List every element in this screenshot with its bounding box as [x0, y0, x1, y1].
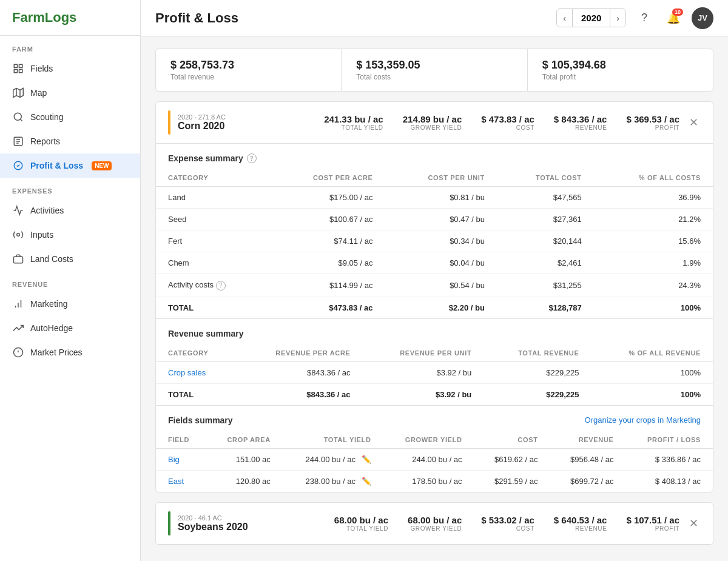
field-revenue: $699.72 / ac [550, 470, 626, 492]
sidebar-item-map[interactable]: Map [0, 81, 140, 105]
reports-icon [12, 135, 24, 147]
help-button[interactable]: ? [633, 7, 655, 29]
sidebar-label-market-prices: Market Prices [30, 348, 83, 357]
expense-table-row: Fert $74.11 / ac $0.34 / bu $20,144 15.6… [156, 230, 713, 252]
summary-cards: $ 258,753.73 Total revenue $ 153,359.05 … [155, 49, 713, 92]
expense-cost-per-unit: $0.47 / bu [385, 209, 497, 230]
prev-year-button[interactable]: ‹ [557, 10, 572, 27]
sidebar-label-land-costs: Land Costs [30, 254, 73, 264]
fields-table: FIELD CROP AREA TOTAL YIELD GROWER YIELD… [156, 431, 713, 492]
sidebar-item-activities[interactable]: Activities [0, 198, 140, 223]
revenue-total-label: TOTAL [156, 383, 237, 405]
field-grower-yield: 178.50 bu / ac [383, 470, 474, 492]
soybeans-grower-yield-stat: 68.00 bu / ac GROWER YIELD [408, 515, 462, 532]
sidebar-item-market-prices[interactable]: Market Prices [0, 340, 140, 364]
marketing-icon [12, 298, 24, 310]
fields-table-row: East 120.80 ac 238.00 bu / ac ✏️ 178.50 … [156, 470, 713, 492]
edit-yield-icon[interactable]: ✏️ [362, 477, 371, 486]
corn-collapse-button[interactable]: ✕ [687, 113, 701, 132]
soybeans-collapse-button[interactable]: ✕ [687, 514, 701, 532]
expense-pct: 24.3% [594, 274, 713, 297]
corn-cost-value: $ 473.83 / ac [481, 114, 534, 124]
svg-marker-4 [13, 89, 24, 98]
field-name: Big [156, 448, 207, 470]
corn-grower-yield-value: 214.89 bu / ac [403, 114, 462, 124]
expense-table: CATEGORY COST PER ACRE COST PER UNIT TOT… [156, 169, 713, 318]
soybeans-header: 2020 · 46.1 AC Soybeans 2020 68.00 bu / … [156, 503, 713, 545]
fields-summary-title: Fields summary [168, 415, 233, 425]
sidebar-item-marketing[interactable]: Marketing [0, 292, 140, 316]
crop-sales-link[interactable]: Crop sales [168, 368, 206, 377]
corn-revenue-label: REVENUE [554, 124, 607, 131]
revenue-total-rev-per-unit: $3.92 / bu [363, 383, 484, 405]
corn-expense-summary: Expense summary ? CATEGORY COST PER ACRE… [156, 144, 713, 318]
expense-cost-per-unit: $0.34 / bu [385, 230, 497, 252]
sidebar-item-reports[interactable]: Reports [0, 129, 140, 153]
total-revenue-label: Total revenue [170, 73, 326, 81]
sidebar-item-inputs[interactable]: Inputs [0, 223, 140, 247]
field-link[interactable]: East [168, 477, 184, 486]
soybeans-profit-value: $ 107.51 / ac [626, 515, 679, 525]
total-costs-amount: $ 153,359.05 [356, 59, 512, 72]
sidebar-item-profit-loss[interactable]: Profit & Loss NEW [0, 153, 140, 178]
expense-pct: 1.9% [594, 252, 713, 274]
main-panel: Profit & Loss ‹ 2020 › ? 🔔 10 JV $ 258,7… [141, 0, 728, 561]
revenue-category: Crop sales [156, 361, 237, 383]
expense-category: Chem [156, 252, 269, 274]
sidebar-item-autohedge[interactable]: AutoHedge [0, 316, 140, 340]
sidebar-item-fields[interactable]: Fields [0, 56, 140, 81]
map-icon [12, 87, 24, 99]
revenue-col-total-revenue: TOTAL REVENUE [484, 344, 591, 362]
corn-cost-stat: $ 473.83 / ac COST [481, 114, 534, 131]
field-total-yield: 238.00 bu / ac ✏️ [283, 470, 383, 492]
next-year-button[interactable]: › [610, 10, 625, 27]
expense-category: Activity costs ? [156, 274, 269, 297]
revenue-summary-title: Revenue summary [156, 319, 713, 344]
expense-total-label: TOTAL [156, 297, 269, 318]
scouting-icon [12, 111, 24, 123]
expense-pct: 21.2% [594, 209, 713, 230]
expense-total-total-cost: $128,787 [497, 297, 594, 318]
corn-color-bar [168, 110, 170, 135]
revenue-table: CATEGORY REVENUE PER ACRE REVENUE PER UN… [156, 344, 713, 405]
revenue-total-pct: 100% [591, 383, 713, 405]
svg-rect-1 [19, 64, 22, 67]
corn-total-yield-value: 241.33 bu / ac [324, 114, 383, 124]
revenue-col-pct: % OF ALL REVENUE [591, 344, 713, 362]
svg-point-14 [17, 233, 20, 237]
corn-meta: 2020 · 271.8 AC [178, 113, 317, 121]
expense-summary-title: Expense summary ? [156, 144, 713, 169]
notifications-button[interactable]: 🔔 10 [662, 7, 684, 29]
corn-fields-summary: Fields summary Organize your crops in Ma… [156, 406, 713, 492]
fields-col-field: FIELD [156, 431, 207, 449]
total-costs-label: Total costs [356, 73, 512, 81]
field-link[interactable]: Big [168, 455, 180, 464]
sidebar-label-profit-loss: Profit & Loss [30, 161, 83, 170]
corn-total-yield-stat: 241.33 bu / ac TOTAL YIELD [324, 114, 383, 131]
expense-cost-per-unit: $0.81 / bu [385, 187, 497, 209]
expense-category: Fert [156, 230, 269, 252]
sidebar-label-scouting: Scouting [30, 112, 63, 122]
field-crop-area: 151.00 ac [207, 448, 283, 470]
corn-header: 2020 · 271.8 AC Corn 2020 241.33 bu / ac… [156, 102, 713, 144]
expense-cost-per-acre: $100.67 / ac [269, 209, 385, 230]
expense-total-cost-per-unit: $2.20 / bu [385, 297, 497, 318]
avatar-button[interactable]: JV [692, 7, 713, 29]
soybeans-cost-stat: $ 533.02 / ac COST [481, 515, 534, 532]
expense-total-cost-per-acre: $473.83 / ac [269, 297, 385, 318]
avatar-initials: JV [698, 13, 707, 22]
revenue-total-row: TOTAL $843.36 / ac $3.92 / bu $229,225 1… [156, 383, 713, 405]
organize-link[interactable]: Organize your crops in Marketing [585, 415, 701, 425]
edit-yield-icon[interactable]: ✏️ [362, 455, 371, 464]
sidebar-item-scouting[interactable]: Scouting [0, 105, 140, 129]
corn-section: 2020 · 271.8 AC Corn 2020 241.33 bu / ac… [155, 101, 713, 492]
expense-cost-per-unit: $0.04 / bu [385, 252, 497, 274]
expense-help-icon[interactable]: ? [247, 153, 257, 163]
corn-profit-stat: $ 369.53 / ac PROFIT [626, 114, 679, 131]
fields-col-cost: COST [474, 431, 550, 449]
field-total-yield: 244.00 bu / ac ✏️ [283, 448, 383, 470]
sidebar-item-land-costs[interactable]: Land Costs [0, 247, 140, 271]
soybeans-grower-yield-value: 68.00 bu / ac [408, 515, 462, 525]
soybeans-meta: 2020 · 46.1 AC [178, 514, 327, 522]
activity-costs-help-icon[interactable]: ? [216, 281, 226, 291]
